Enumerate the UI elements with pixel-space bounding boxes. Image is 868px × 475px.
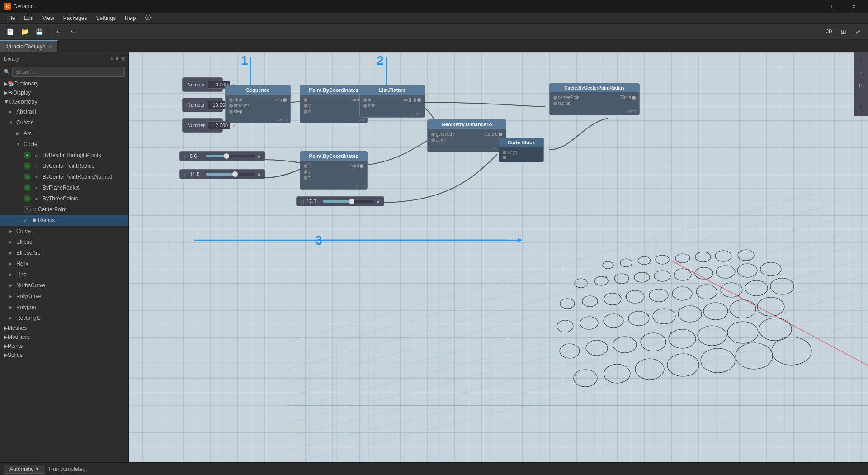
sidebar-item-ellipse[interactable]: ▶ Ellipse [0, 237, 128, 247]
slider-thumb[interactable] [349, 199, 354, 204]
slider-track[interactable] [206, 173, 255, 176]
circle-bycenter-node[interactable]: Circle.ByCenterPointRadius centerPoint C… [549, 83, 640, 115]
svg-point-33 [675, 254, 690, 263]
search-input[interactable] [12, 67, 125, 77]
sidebar-item-modifiers[interactable]: ▶ Modifiers [0, 332, 128, 342]
node-row: geometry double [430, 132, 503, 137]
number-node-1[interactable]: Number ▶ [182, 98, 223, 112]
sidebar-item-ellipsearc[interactable]: ▶ EllipseArc [0, 247, 128, 258]
sidebar-layout-icon[interactable]: ≡ [116, 56, 118, 62]
sidebar-item-bycenterradius[interactable]: + ○ ByCenterPointRadius [0, 161, 128, 171]
point-bycoords-2[interactable]: Point.ByCoordinates x Point y z AUTO [300, 151, 368, 190]
port-label: double [467, 132, 498, 137]
svg-point-62 [678, 306, 702, 322]
menu-file[interactable]: File [2, 13, 19, 24]
status-text: Run completed. [49, 466, 87, 472]
menu-view[interactable]: View [38, 13, 59, 24]
menu-info[interactable]: ⓘ [141, 13, 155, 24]
svg-point-36 [738, 250, 754, 261]
menu-settings[interactable]: Settings [92, 13, 120, 24]
node-row: y [303, 103, 364, 108]
point-bycoords-1[interactable]: Point.ByCoordinates x Point y z xxx [300, 85, 368, 124]
view-3d-button[interactable]: 3D [823, 25, 835, 38]
tab-close-icon[interactable]: ✕ [48, 44, 52, 49]
open-button[interactable]: 📁 [18, 25, 31, 38]
sequence-node[interactable]: Sequence start seq amount step AUTO [225, 85, 291, 124]
svg-point-45 [737, 264, 757, 277]
abstract-label: Abstract [16, 109, 36, 115]
close-button[interactable]: ✕ [844, 0, 864, 13]
zoom-out-button[interactable]: − [855, 67, 867, 79]
slider-node-1[interactable]: ◁ 5.6 ▶ [179, 151, 265, 161]
arrow-icon: ▶ [233, 123, 236, 128]
canvas-area[interactable]: 1 2 3 Number ▶ Number ▶ Number ▶ Sequenc… [129, 52, 868, 462]
slider-row: ◁ 17.3 ▶ [300, 199, 380, 204]
svg-point-51 [649, 289, 668, 302]
slider-row: ◁ 11.5 ▶ [184, 171, 261, 177]
sidebar-item-circle[interactable]: ▼ Circle [0, 139, 128, 150]
sidebar-item-points[interactable]: ▶ Points [0, 342, 128, 351]
sidebar-item-bybestfit[interactable]: + ○ ByBestFitThroughPoints [0, 150, 128, 161]
node-row: amt [363, 103, 422, 108]
sidebar-item-bycenterradiusnormal[interactable]: + ○ ByCenterPointRadiusNormal [0, 171, 128, 182]
undo-button[interactable]: ↩ [53, 25, 66, 38]
geometry-distanceto-node[interactable]: Geometry.DistanceTo geometry double othe… [427, 119, 506, 152]
sidebar-item-byplaneradius[interactable]: + ○ ByPlaneRadius [0, 182, 128, 193]
port-label: other [436, 138, 503, 142]
sidebar-item-display[interactable]: ▶ 👁 Display [0, 88, 128, 97]
sidebar-item-helix[interactable]: ▶ Helix [0, 258, 128, 269]
sidebar-item-dictionary[interactable]: ▶ 📚 Dictionary [0, 79, 128, 88]
slider-thumb[interactable] [224, 153, 229, 159]
new-button[interactable]: 📄 [4, 25, 16, 38]
save-button[interactable]: 💾 [33, 25, 45, 38]
sidebar-item-bythreepoints[interactable]: + ○ ByThreePoints [0, 193, 128, 204]
sidebar-item-curves[interactable]: ▼ Curves [0, 117, 128, 128]
fit-view-button[interactable]: ⊡ [855, 80, 867, 91]
port-dot [553, 96, 557, 100]
list-flatten-node[interactable]: List.Flatten list var[]..[] amt AUTO [359, 85, 425, 118]
add-node-button[interactable]: + [855, 102, 867, 114]
svg-point-40 [634, 272, 650, 282]
sidebar-sort-icon[interactable]: ⇅ [110, 56, 114, 62]
zoom-in-button[interactable]: + [855, 54, 867, 66]
sidebar-item-meshes[interactable]: ▶ Meshes [0, 323, 128, 332]
menu-edit[interactable]: Edit [19, 13, 38, 24]
sidebar-item-polygon[interactable]: ▶ Polygon [0, 302, 128, 313]
run-button[interactable]: Automatic ▼ [4, 465, 45, 474]
node-footer: xxx [300, 117, 367, 123]
menu-help[interactable]: Help [120, 13, 141, 24]
sidebar-item-nurbscurve[interactable]: ▶ NurbsCurve [0, 280, 128, 291]
slider-node-3[interactable]: ◁ 17.3 ▶ [296, 196, 384, 206]
maximize-button[interactable]: ❐ [823, 0, 844, 13]
menu-packages[interactable]: Packages [59, 13, 92, 24]
sidebar-item-arc[interactable]: ▶ Arc [0, 128, 128, 139]
bottombar: Automatic ▼ Run completed. [0, 462, 868, 475]
arc-label: Arc [24, 130, 32, 137]
sidebar-item-solids[interactable]: ▶ Solids [0, 351, 128, 360]
sidebar-item-curve[interactable]: ▶ Curve [0, 226, 128, 237]
sidebar-item-polycurve[interactable]: ▶ PolyCurve [0, 291, 128, 302]
sidebar-filter-icon[interactable]: ▤ [120, 56, 125, 62]
svg-point-79 [736, 343, 773, 369]
sidebar-item-abstract[interactable]: ▶ Abstract [0, 106, 128, 117]
expand-button[interactable]: ⤢ [852, 25, 864, 38]
port-dot [229, 104, 233, 108]
slider-track[interactable] [323, 200, 374, 203]
svg-point-70 [669, 329, 696, 348]
slider-thumb[interactable] [232, 171, 238, 177]
sidebar-item-centerpoint[interactable]: ? CenterPoint [0, 204, 128, 215]
zoom-fit-button[interactable]: ⊞ [837, 25, 850, 38]
tab-attractortest[interactable]: attractorTest.dyn ✕ [0, 40, 58, 52]
slider-node-2[interactable]: ◁ 11.5 ▶ [179, 169, 265, 179]
sidebar-item-rectangle[interactable]: ▶ Rectangle [0, 313, 128, 323]
port-dot [503, 151, 506, 154]
number-node-0[interactable]: Number ▶ [182, 77, 223, 92]
sidebar-item-geometry[interactable]: ▼ ⬡ Geometry [0, 97, 128, 106]
sidebar-item-line[interactable]: ▶ Line [0, 269, 128, 280]
code-block-node[interactable]: Code Block x/y; [499, 138, 544, 162]
slider-track[interactable] [206, 155, 255, 157]
minimize-button[interactable]: — [802, 0, 823, 13]
redo-button[interactable]: ↪ [67, 25, 80, 38]
sidebar-item-radius[interactable]: ✓ Radius [0, 215, 128, 226]
number-node-2[interactable]: Number ▶ [182, 118, 223, 133]
